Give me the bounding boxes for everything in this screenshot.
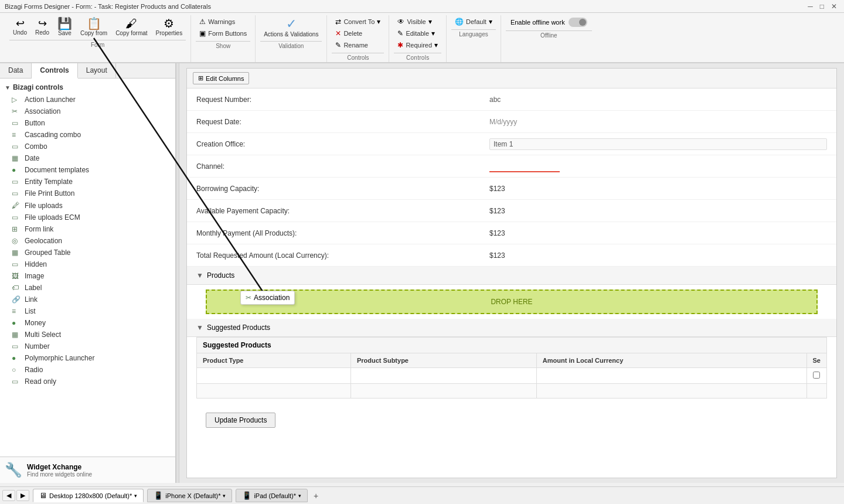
- control-association[interactable]: ✂ Association: [0, 105, 175, 117]
- warnings-button[interactable]: ⚠ Warnings: [196, 16, 250, 27]
- combo-icon: ▭: [12, 142, 21, 151]
- controls-group-label: Controls: [332, 53, 384, 62]
- offline-group-label: Offline: [506, 30, 592, 40]
- control-combo[interactable]: ▭ Combo: [0, 141, 175, 152]
- control-file-uploads-ecm[interactable]: ▭ File uploads ECM: [0, 212, 175, 223]
- save-label: Save: [58, 30, 72, 36]
- geolocation-label: Geolocation: [25, 237, 62, 245]
- drop-zone-container: DROP HERE ✂ Association: [196, 290, 827, 314]
- hidden-label: Hidden: [25, 260, 47, 268]
- control-list[interactable]: ≡ List: [0, 305, 175, 317]
- list-label: List: [25, 307, 36, 315]
- update-btn-container: Update Products: [187, 399, 836, 442]
- form-buttons-btn[interactable]: ▣ Form Buttons: [196, 28, 250, 39]
- default-lang-button[interactable]: 🌐 Default ▾: [451, 16, 496, 27]
- ribbon-group-offline: Enable offline work Offline: [501, 15, 597, 62]
- rename-icon: ✎: [335, 41, 341, 49]
- save-button[interactable]: 💾 Save: [54, 16, 76, 38]
- update-products-button[interactable]: Update Products: [206, 413, 275, 428]
- rename-button[interactable]: ✎ Rename: [332, 40, 384, 50]
- control-money[interactable]: ● Money: [0, 317, 175, 329]
- row-checkbox[interactable]: [813, 372, 820, 379]
- control-label[interactable]: 🏷 Label: [0, 282, 175, 294]
- creation-office-value: Item 1: [489, 138, 827, 150]
- control-file-uploads[interactable]: 🖉 File uploads: [0, 199, 175, 212]
- control-form-link[interactable]: ⊞ Form link: [0, 223, 175, 235]
- read-only-label: Read only: [25, 377, 56, 386]
- undo-button[interactable]: ↩ Undo: [9, 17, 30, 37]
- update-products-label: Update Products: [215, 416, 267, 424]
- total-requested-value: $123: [489, 251, 827, 260]
- control-geolocation[interactable]: ◎ Geolocation: [0, 235, 175, 247]
- doc-templates-icon: ●: [12, 166, 21, 174]
- drop-zone[interactable]: DROP HERE: [206, 290, 818, 314]
- tab-controls[interactable]: Controls: [32, 63, 77, 79]
- col-product-type: Product Type: [197, 353, 351, 368]
- drag-tooltip: ✂ Association: [240, 291, 295, 305]
- money-icon: ●: [12, 319, 21, 327]
- multi-select-label: Multi Select: [25, 331, 61, 339]
- grid-icon: ⊞: [198, 74, 203, 82]
- products-section-label: Products: [207, 271, 234, 280]
- control-multi-select[interactable]: ▦ Multi Select: [0, 329, 175, 340]
- suggested-section-header: ▼ Suggested Products: [187, 319, 836, 337]
- globe-icon: 🌐: [455, 18, 464, 26]
- ribbon-group-validation: ✓ Actions & Validations Validation: [256, 15, 327, 62]
- action-launcher-label: Action Launcher: [25, 96, 76, 104]
- control-link[interactable]: 🔗 Link: [0, 294, 175, 305]
- convert-to-button[interactable]: ⇄ Convert To ▾: [332, 16, 384, 27]
- actions-validations-button[interactable]: ✓ Actions & Validations: [260, 16, 322, 39]
- request-date-value: M/d/yyyy: [489, 118, 827, 126]
- edit-columns-button[interactable]: ⊞ Edit Columns: [193, 72, 249, 84]
- minimize-btn[interactable]: ─: [805, 2, 815, 11]
- control-date[interactable]: ▦ Date: [0, 152, 175, 164]
- visible-button[interactable]: 👁 Visible ▾: [394, 16, 441, 27]
- title-bar-text: Bizagi Forms Designer - Form: - Task: Re…: [5, 3, 211, 10]
- maximize-btn[interactable]: □: [818, 2, 826, 11]
- association-label: Association: [25, 107, 60, 115]
- form-buttons-label: Form Buttons: [208, 30, 247, 37]
- offline-switch[interactable]: [569, 18, 587, 27]
- convert-caret: ▾: [377, 18, 380, 26]
- control-grouped-table[interactable]: ▦ Grouped Table: [0, 247, 175, 258]
- control-document-templates[interactable]: ● Document templates: [0, 164, 175, 176]
- form-header: ⊞ Edit Columns: [187, 69, 836, 88]
- suggested-products-table: Product Type Product Subtype Amount in L…: [196, 353, 827, 399]
- copy-format-button[interactable]: 🖌 Copy format: [112, 16, 151, 38]
- control-number[interactable]: ▭ Number: [0, 340, 175, 352]
- editable-button[interactable]: ✎ Editable ▾: [394, 28, 441, 39]
- control-entity-template[interactable]: ▭ Entity Template: [0, 176, 175, 188]
- file-uploads-ecm-label: File uploads ECM: [25, 213, 80, 222]
- control-image[interactable]: 🖼 Image: [0, 270, 175, 282]
- delete-button[interactable]: ✕ Delete: [332, 28, 384, 39]
- required-button[interactable]: ✱ Required ▾: [394, 40, 441, 50]
- suggested-table-title: Suggested Products: [196, 337, 827, 353]
- multi-select-icon: ▦: [12, 331, 21, 339]
- channel-input[interactable]: [489, 161, 560, 172]
- redo-button[interactable]: ↪ Redo: [32, 17, 53, 37]
- control-hidden[interactable]: ▭ Hidden: [0, 258, 175, 270]
- control-button[interactable]: ▭ Button: [0, 117, 175, 129]
- control-radio[interactable]: ○ Radio: [0, 364, 175, 376]
- form-link-icon: ⊞: [12, 225, 21, 233]
- link-icon: 🔗: [12, 295, 21, 304]
- suggested-collapse-icon: ▼: [196, 323, 203, 332]
- control-polymorphic-launcher[interactable]: ● Polymorphic Launcher: [0, 352, 175, 364]
- control-cascading-combo[interactable]: ≡ Cascading combo: [0, 129, 175, 141]
- control-file-print-button[interactable]: ▭ File Print Button: [0, 188, 175, 199]
- copy-from-button[interactable]: 📋 Copy from: [77, 16, 111, 38]
- link-label: Link: [25, 295, 38, 304]
- close-btn[interactable]: ✕: [829, 2, 839, 11]
- widget-xchange[interactable]: 🔧 Widget Xchange Find more widgets onlin…: [0, 457, 175, 483]
- tab-layout[interactable]: Layout: [78, 63, 116, 78]
- control-read-only[interactable]: ▭ Read only: [0, 376, 175, 387]
- properties-button[interactable]: ⚙ Properties: [152, 16, 186, 38]
- actions-validations-label: Actions & Validations: [264, 31, 318, 38]
- control-action-launcher[interactable]: ▷ Action Launcher: [0, 94, 175, 105]
- required-caret: ▾: [434, 41, 438, 49]
- offline-toggle-container[interactable]: Enable offline work: [506, 16, 592, 28]
- bizagi-controls-header[interactable]: ▼ Bizagi controls: [0, 81, 175, 94]
- col-se: Se: [806, 353, 826, 368]
- borrowing-capacity-label: Borrowing Capacity:: [196, 185, 489, 193]
- tab-data[interactable]: Data: [0, 63, 32, 78]
